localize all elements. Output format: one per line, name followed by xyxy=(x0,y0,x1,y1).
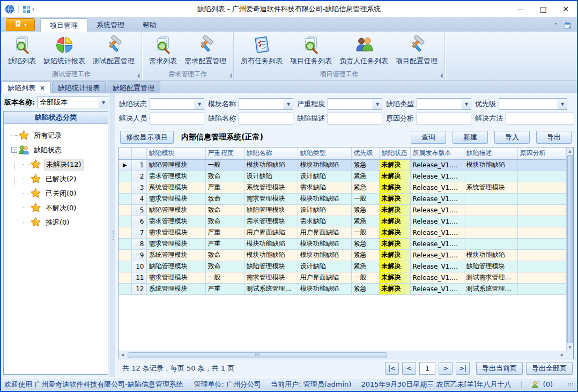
cell-缺陷模块[interactable]: 需求管理模块 xyxy=(146,171,205,182)
tree-item-推迟(0)[interactable]: 推迟(0) xyxy=(23,215,107,230)
row-selector[interactable] xyxy=(118,204,131,216)
cell-缺陷类型[interactable]: 用户界面缺陷 xyxy=(298,227,351,238)
cell-缺陷状态[interactable]: 未解决 xyxy=(379,159,410,171)
doc-tab-缺陷列表[interactable]: 缺陷列表× xyxy=(2,82,51,93)
cell-原因分析[interactable] xyxy=(517,283,566,294)
cell-缺陷描述[interactable] xyxy=(464,171,517,182)
cell-所属发布版本[interactable]: Release_V1.2.0 xyxy=(410,171,464,182)
cell-缺陷模块[interactable]: 需求管理模块 xyxy=(146,193,205,204)
cell-所属发布版本[interactable]: Release_V1.0.0 xyxy=(410,204,464,216)
table-row[interactable]: 2需求管理模块致命设计缺陷设计缺陷紧急未解决Release_V1.2.0 xyxy=(118,171,566,182)
ribbon-button-项目配置管理[interactable]: 项目配置管理 xyxy=(392,33,441,67)
close-tab-icon[interactable]: × xyxy=(40,84,45,92)
cell-所属发布版本[interactable]: Release_V1.1.0 xyxy=(410,272,464,283)
filter-input-原因分析[interactable] xyxy=(417,113,471,124)
cell-严重程度[interactable]: 严重 xyxy=(205,283,244,294)
column-header-优先级[interactable]: 优先级 xyxy=(351,147,379,159)
cell-缺陷模块[interactable]: 缺陷管理模块 xyxy=(146,261,205,272)
cell-缺陷类型[interactable]: 设计缺陷 xyxy=(298,261,351,272)
cell-所属发布版本[interactable]: Release_V1.0.0 xyxy=(410,238,464,249)
table-row[interactable]: ▶1缺陷管理模块一般模块功能缺陷模块功能缺陷紧急未解决Release_V1.2.… xyxy=(118,159,566,171)
cell-优先级[interactable]: 紧急 xyxy=(351,261,379,272)
ribbon-tab-项目管理[interactable]: 项目管理 xyxy=(40,18,87,32)
tree-item-已解决(2)[interactable]: 已解决(2) xyxy=(23,172,107,186)
table-row[interactable]: 4需求管理模块致命需求管理模块模块功能缺陷一般未解决Release_V1.0.0 xyxy=(118,193,566,204)
cell-缺陷状态[interactable]: 未解决 xyxy=(379,204,410,216)
combo-arrow-icon[interactable]: ▼ xyxy=(462,99,471,109)
cell-所属发布版本[interactable]: Release_V1.0.0 xyxy=(410,227,464,238)
scroll-down-icon[interactable]: ▼ xyxy=(567,344,573,351)
cell-缺陷状态[interactable]: 未解决 xyxy=(379,227,410,238)
cell-缺陷状态[interactable]: 未解决 xyxy=(379,216,410,227)
last-page-button[interactable]: >| xyxy=(456,362,470,375)
cell-缺陷状态[interactable]: 未解决 xyxy=(379,171,410,182)
cell-缺陷模块[interactable]: 需求管理模块 xyxy=(146,216,205,227)
export-current-page-button[interactable]: 导出当前页 xyxy=(476,362,523,375)
cell-缺陷类型[interactable]: 需求缺陷 xyxy=(298,216,351,227)
column-header-缺陷模块[interactable]: 缺陷模块 xyxy=(146,147,205,159)
filter-combo-严重程度[interactable]: ▼ xyxy=(328,98,382,110)
scroll-left-icon[interactable]: ◀ xyxy=(118,351,127,359)
column-header-原因分析[interactable]: 原因分析 xyxy=(517,147,566,159)
cell-原因分析[interactable] xyxy=(517,227,566,238)
cell-缺陷描述[interactable]: 测试需求管理模块 xyxy=(464,272,517,283)
modify-display-items-button[interactable]: 修改显示项目 xyxy=(120,131,174,144)
filter-combo-模块名称[interactable]: ▼ xyxy=(239,98,293,110)
cell-严重程度[interactable]: 一般 xyxy=(205,272,244,283)
scroll-right-icon[interactable]: ▶ xyxy=(558,351,566,359)
page-number-input[interactable]: 1 xyxy=(419,362,435,375)
cell-所属发布版本[interactable]: Release_V1.2.0 xyxy=(410,159,464,171)
cell-缺陷名称[interactable]: 模块功能缺陷 xyxy=(244,159,298,171)
vertical-scroll-thumb[interactable] xyxy=(567,155,573,343)
cell-所属发布版本[interactable]: Release_V1.1.0 xyxy=(410,216,464,227)
column-header-缺陷名称[interactable]: 缺陷名称 xyxy=(244,147,298,159)
cell-严重程度[interactable]: 严重 xyxy=(205,227,244,238)
row-selector[interactable] xyxy=(118,193,131,204)
ribbon-button-所有任务列表[interactable]: 所有任务列表 xyxy=(237,33,286,67)
导入-button[interactable]: 导入 xyxy=(494,131,530,144)
row-selector-arrow-icon[interactable]: ▶ xyxy=(118,159,131,171)
ribbon-button-缺陷列表[interactable]: 缺陷列表 xyxy=(4,33,40,67)
tree-item-不解决(0)[interactable]: 不解决(0) xyxy=(23,201,107,215)
cell-缺陷状态[interactable]: 未解决 xyxy=(379,182,410,193)
cell-优先级[interactable]: 紧急 xyxy=(351,216,379,227)
prev-page-button[interactable]: < xyxy=(402,362,416,375)
cell-原因分析[interactable] xyxy=(517,171,566,182)
filter-combo-缺陷状态[interactable]: ▼ xyxy=(150,98,204,110)
grid-vertical-scrollbar[interactable]: ▲ ▼ xyxy=(566,147,573,351)
cell-优先级[interactable]: 紧急 xyxy=(351,204,379,216)
doc-tab-缺陷配置管理[interactable]: 缺陷配置管理 xyxy=(107,82,160,93)
cell-缺陷描述[interactable] xyxy=(464,238,517,249)
cell-所属发布版本[interactable]: Release_V1.0.0 xyxy=(410,249,464,261)
table-row[interactable]: 11需求管理模块一般需求管理模块用户界面缺陷一般未解决Release_V1.1.… xyxy=(118,272,566,283)
cell-严重程度[interactable]: 致命 xyxy=(205,249,244,261)
cell-缺陷类型[interactable]: 模块功能缺陷 xyxy=(298,249,351,261)
cell-原因分析[interactable] xyxy=(517,182,566,193)
application-menu-button[interactable]: ▾ xyxy=(6,18,35,31)
ribbon-button-测试配置管理[interactable]: 测试配置管理 xyxy=(89,33,138,67)
grid-horizontal-scrollbar[interactable]: ◀ ▶ xyxy=(118,351,566,359)
cell-优先级[interactable]: 紧急 xyxy=(351,249,379,261)
row-selector[interactable] xyxy=(118,249,131,261)
cell-缺陷类型[interactable]: 需求缺陷 xyxy=(298,182,351,193)
row-selector[interactable] xyxy=(118,283,131,294)
ribbon-button-项目任务列表[interactable]: 项目任务列表 xyxy=(286,33,336,67)
ribbon-tab-系统管理[interactable]: 系统管理 xyxy=(87,18,134,32)
cell-缺陷状态[interactable]: 未解决 xyxy=(379,272,410,283)
table-row[interactable]: 9系统管理模块致命模块功能缺陷模块功能缺陷紧急未解决Release_V1.0.0… xyxy=(118,249,566,261)
cell-严重程度[interactable]: 致命 xyxy=(205,261,244,272)
column-header-严重程度[interactable]: 严重程度 xyxy=(205,147,244,159)
tree-item-所有记录[interactable]: 所有记录 xyxy=(11,128,107,143)
cell-所属发布版本[interactable]: Release_V1.0.0 xyxy=(410,193,464,204)
row-selector[interactable] xyxy=(118,227,131,238)
table-row[interactable]: 12系统管理模块严重测试系统管理...模块功能缺陷紧急未解决Release_V1… xyxy=(118,283,566,294)
column-header-缺陷类型[interactable]: 缺陷类型 xyxy=(298,147,351,159)
cell-缺陷模块[interactable]: 需求管理模块 xyxy=(146,238,205,249)
close-button[interactable]: ✕ xyxy=(554,1,577,17)
quick-access-grid-icon[interactable] xyxy=(23,5,31,13)
cell-缺陷名称[interactable]: 用户界面缺陷 xyxy=(244,227,298,238)
cell-缺陷描述[interactable]: 模块功能缺陷 xyxy=(464,159,517,171)
cell-缺陷名称[interactable]: 需求管理模块 xyxy=(244,193,298,204)
cell-原因分析[interactable] xyxy=(517,261,566,272)
next-page-button[interactable]: > xyxy=(439,362,453,375)
